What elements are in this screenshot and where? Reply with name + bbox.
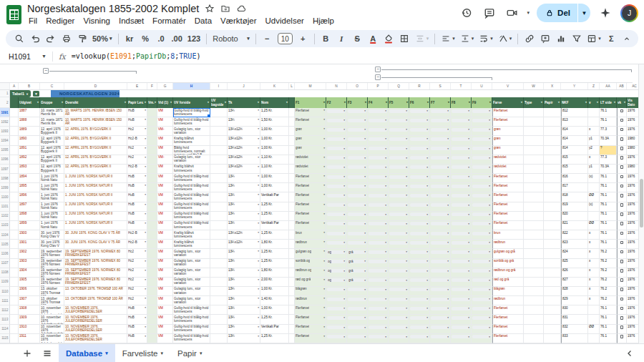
dropdown-pill[interactable]: ▾ <box>431 165 449 169</box>
cell-P1097[interactable]: ▾ <box>368 165 389 174</box>
column-letter-E[interactable]: E <box>127 83 147 89</box>
cell-O1096[interactable]: ▾ <box>347 155 368 165</box>
cell-O1111[interactable]: ▾ <box>347 296 368 305</box>
cell-W1100[interactable] <box>524 192 544 202</box>
dropdown-pill[interactable]: ▾ <box>410 137 429 141</box>
dropdown-pill[interactable]: ▾ <box>452 137 470 141</box>
column-letter-P[interactable]: P <box>368 83 389 89</box>
column-header-nom[interactable]: Nom▾ <box>260 97 289 108</box>
dropdown-pill[interactable]: ▾ <box>452 194 470 197</box>
menu-data[interactable]: Data <box>190 16 216 26</box>
cell-S1099[interactable]: ▾ <box>430 183 451 192</box>
dropdown-pill[interactable]: ▾ <box>472 128 491 132</box>
cell-W1102[interactable] <box>524 212 544 221</box>
cell-L1093[interactable] <box>289 127 295 136</box>
cell-K1095[interactable]: 1,00 Kr. <box>260 146 289 155</box>
cell-O1097[interactable]: ▾ <box>347 165 368 174</box>
cell-R1098[interactable]: ▾ <box>409 174 430 183</box>
dropdown-pill[interactable]: ▾ <box>369 175 387 179</box>
cell-X1091[interactable] <box>544 108 561 117</box>
cell-V1100[interactable]: Flerfarvet <box>492 192 524 202</box>
dropdown-pill[interactable]: ▾ <box>369 119 387 122</box>
dropdown-pill[interactable]: ▾ <box>389 128 408 132</box>
cell-I1105[interactable] <box>210 240 228 249</box>
cell-P1106[interactable]: ▾ <box>368 249 389 258</box>
cell-N1102[interactable]: ▾ <box>326 212 347 221</box>
cell-J1112[interactable]: 13¼▾ <box>228 305 260 315</box>
column-header-uv[interactable]: UV forside▾ <box>173 97 210 108</box>
dropdown-cell[interactable]: grøn▾ <box>296 146 325 150</box>
cell-X1099[interactable] <box>544 183 561 192</box>
checkbox[interactable] <box>620 269 624 273</box>
search-button[interactable] <box>11 31 26 46</box>
cell-Q1115[interactable]: ▾ <box>389 334 409 343</box>
cell-F1109[interactable] <box>147 278 157 287</box>
cell-O1108[interactable]: grå▾ <box>347 268 368 278</box>
cell-L1111[interactable] <box>289 296 295 305</box>
cell-N1101[interactable]: ▾ <box>326 202 347 212</box>
cell-A1107[interactable] <box>10 259 19 268</box>
cell-Q1095[interactable]: ▾ <box>389 146 409 155</box>
cell-K1092[interactable]: 1,50 Kr. <box>260 117 289 127</box>
name-box-caret[interactable]: ▼ <box>42 54 47 59</box>
cell-Q1105[interactable]: ▾ <box>389 240 409 249</box>
cell-L1114[interactable] <box>289 325 295 334</box>
cell-U1096[interactable]: ▾ <box>472 155 492 165</box>
cell-Q1101[interactable]: ▾ <box>389 202 409 212</box>
cell-I1097[interactable] <box>210 165 228 174</box>
cell-M1104[interactable]: brun▾ <box>295 230 326 240</box>
cell-X1100[interactable] <box>544 192 561 202</box>
cell-S1110[interactable]: ▾ <box>430 287 451 296</box>
increase-decimal-button[interactable]: .00 <box>170 31 185 46</box>
dropdown-pill[interactable]: ▾ <box>327 185 346 188</box>
dropdown-cell[interactable]: Flerfarvet▾ <box>296 109 325 112</box>
cell-V1099[interactable]: Flerfarvet <box>492 183 524 192</box>
cell-I1103[interactable] <box>210 221 228 230</box>
cell-N1107[interactable]: og▾ <box>326 259 347 268</box>
cell-B1114[interactable]: 1910 <box>19 325 40 334</box>
cell-Y1097[interactable]: 815 <box>561 165 588 174</box>
cell-E1113[interactable]: HuB▾ <box>127 315 147 324</box>
cell-U1099[interactable]: ▾ <box>472 183 492 192</box>
column-header-lt[interactable]: LT side▾ <box>600 97 617 108</box>
cell-AA1092[interactable]: 76.1 <box>600 117 617 127</box>
dropdown-pill[interactable]: ▾ <box>348 232 366 235</box>
merge-cells-button[interactable]: ▾ <box>413 31 431 46</box>
cell-AA1108[interactable]: 76.2 <box>600 268 617 278</box>
cell-U1092[interactable]: ▾ <box>472 117 492 127</box>
cell-C1104[interactable]: 30. juni 1976 Kong Olav V <box>40 230 64 240</box>
cell-F1115[interactable] <box>147 334 157 343</box>
cell-G1106[interactable]: VM <box>157 249 173 258</box>
cell-G1108[interactable]: VM <box>157 268 173 278</box>
cell-A1104[interactable] <box>10 230 19 240</box>
cell-O1107[interactable]: grå▾ <box>347 259 368 268</box>
row-number[interactable]: 1102 <box>0 212 10 221</box>
cell-L1100[interactable] <box>289 192 295 202</box>
cell-U1114[interactable]: ▾ <box>472 325 492 334</box>
cell-I1114[interactable] <box>210 325 228 334</box>
dropdown-cell[interactable]: HuB▾ <box>128 193 146 197</box>
dropdown-cell[interactable]: Flerfarvet▾ <box>296 315 325 319</box>
cell-AB1099[interactable] <box>617 183 627 192</box>
cell-AA1115[interactable]: 76.1 <box>600 334 617 343</box>
cell-AA1113[interactable]: 76.1 <box>600 315 617 324</box>
cell-D1104[interactable]: 30. JUNI 1976. KONG OLAV V 75 ÅR <box>64 230 127 240</box>
cell-Y1098[interactable]: 816 <box>561 174 588 183</box>
column-letter-Y[interactable]: Y <box>561 83 588 89</box>
cell-S1106[interactable]: ▾ <box>430 249 451 258</box>
cell-H1103[interactable]: Gullig-hvid til blålig-hvid luminescens <box>173 221 210 230</box>
sheet-tab-database[interactable]: Database▾ <box>59 344 115 362</box>
cell-F1114[interactable] <box>147 325 157 334</box>
dropdown-pill[interactable]: ▾ <box>472 232 491 235</box>
dropdown-pill[interactable]: ▾ <box>327 298 346 301</box>
cell-A1106[interactable] <box>10 249 19 258</box>
cell-B1115[interactable]: 1911 <box>19 334 40 343</box>
cell-U1108[interactable]: ▾ <box>472 268 492 278</box>
dropdown-pill[interactable]: ▾ <box>410 194 429 197</box>
column-group-toggle[interactable]: − <box>375 74 381 80</box>
cell-N1105[interactable]: ▾ <box>326 240 347 249</box>
column-letter-S[interactable]: S <box>430 83 451 89</box>
cell-J1091[interactable]: 13¼▾ <box>228 108 260 117</box>
cell-L1112[interactable] <box>289 305 295 315</box>
checkbox[interactable] <box>620 232 624 235</box>
